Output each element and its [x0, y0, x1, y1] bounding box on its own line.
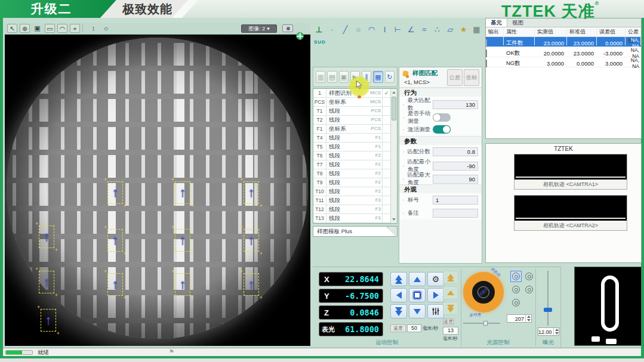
point-cloud-icon[interactable]: ∴ — [433, 24, 441, 35]
light-speed-button[interactable]: 速度 — [443, 318, 454, 325]
light-slider[interactable] — [463, 321, 500, 326]
sequence-row[interactable]: T4 线段 F1 — [313, 134, 390, 143]
speed-button[interactable]: 速度 — [390, 324, 406, 332]
sequence-row[interactable]: T2 线段 PCS — [313, 116, 390, 125]
row-name: 线段 — [326, 205, 366, 214]
axis-icon[interactable]: ⊥ — [315, 24, 323, 35]
arc-icon[interactable]: ◠ — [368, 24, 375, 35]
trajectory-card[interactable]: 相机轨迹 <CAMTRA1> — [514, 154, 627, 190]
min-angle-input[interactable]: -90 — [433, 162, 478, 171]
jog-up-fast-button[interactable] — [390, 272, 407, 286]
output-checkbox[interactable] — [486, 49, 487, 57]
speed-input[interactable]: 50 — [407, 324, 421, 332]
exposure-spinbox[interactable]: 12.00 — [538, 327, 559, 336]
light-mode-5[interactable] — [510, 297, 522, 308]
calculator-icon[interactable]: ▦ — [473, 24, 480, 35]
exposure-slider-handle[interactable] — [544, 308, 552, 312]
jog-settings-button[interactable]: ⚙ — [427, 272, 444, 286]
sequence-row[interactable]: T11 线段 F3 — [313, 196, 390, 205]
light-mode-2[interactable] — [523, 271, 535, 282]
jog-down-button[interactable] — [409, 304, 426, 318]
scroll-up-icon[interactable] — [391, 89, 397, 95]
jog-down-fast-button[interactable] — [390, 304, 407, 318]
angle-icon[interactable]: ∠ — [407, 24, 415, 35]
template-preview[interactable] — [574, 267, 642, 346]
index-label: 标号 — [408, 196, 433, 204]
toolbar-divider[interactable] — [82, 24, 86, 32]
sequence-row[interactable]: T9 线段 F2 — [313, 178, 390, 187]
spin-down-icon[interactable] — [526, 318, 531, 322]
template-bar[interactable]: 样图模板 Plus — [313, 226, 398, 237]
jog-tune-button[interactable] — [427, 304, 444, 318]
spin-down-icon[interactable] — [554, 332, 559, 335]
active-measure-toggle[interactable] — [433, 125, 451, 134]
sequence-row[interactable]: T10 线段 F2 — [313, 187, 390, 196]
focus-icon[interactable]: ↕ — [88, 24, 98, 33]
coordinate-button[interactable]: 坐标 — [464, 69, 479, 86]
sequence-row[interactable]: T8 线段 F2 — [313, 169, 390, 178]
sequence-row[interactable]: T5 线段 F1 — [313, 143, 390, 151]
jog-left-button[interactable] — [390, 288, 407, 302]
grid-view-icon[interactable]: ▦ — [373, 71, 383, 83]
index-input[interactable]: 1 — [433, 196, 478, 205]
scroll-down-icon[interactable] — [391, 216, 397, 222]
coaxial-light-icon[interactable]: 同轴光 — [477, 286, 489, 298]
light-down-fast-button[interactable] — [443, 302, 458, 315]
line-icon[interactable]: ╱ — [341, 24, 349, 35]
table-row[interactable]: OK数 20.0000 23.0000 -3.0000 NA, NA — [486, 47, 641, 57]
distance-icon[interactable]: I — [381, 24, 389, 35]
region-icon[interactable]: ▭ — [45, 24, 55, 33]
circle-icon[interactable]: ○ — [355, 24, 362, 35]
refresh-icon[interactable]: ↻ — [385, 71, 395, 83]
sequence-row[interactable]: T1 线段 PCS — [313, 107, 390, 116]
light-slider-handle[interactable] — [483, 321, 488, 326]
exposure-slider[interactable] — [543, 271, 553, 326]
scrollbar-thumb[interactable] — [392, 97, 396, 120]
point-icon[interactable]: ∙ — [328, 24, 336, 35]
output-checkbox[interactable] — [486, 39, 487, 47]
paste-icon[interactable]: ▤ — [327, 71, 337, 83]
light-mode-3[interactable] — [510, 284, 522, 295]
magic-icon[interactable]: ★ — [460, 24, 467, 35]
light-mode-1[interactable] — [510, 271, 522, 282]
camera-snapshot-button[interactable] — [282, 24, 293, 32]
erase-icon[interactable]: ▱ — [446, 24, 454, 35]
table-row[interactable]: NG数 3.0000 0.0000 3.0000 NA, NA — [486, 57, 641, 67]
cursor-icon[interactable]: ↖ — [7, 24, 17, 33]
trajectory-card[interactable]: 相机轨迹 <CAMTRA2> — [514, 195, 627, 231]
sequence-row[interactable]: PCS 坐标系 MCS — [313, 98, 390, 107]
light-up-button[interactable] — [443, 286, 458, 299]
arc-measure-icon[interactable]: ◠ — [57, 24, 67, 33]
light-mode-4[interactable] — [523, 284, 535, 295]
sequence-row[interactable]: T7 线段 F2 — [313, 160, 390, 169]
light-speed-input[interactable]: 13 — [443, 327, 458, 335]
jog-stop-button[interactable] — [409, 288, 426, 302]
jog-up-button[interactable] — [409, 272, 426, 286]
width-icon[interactable]: ⊢ — [394, 24, 402, 35]
copy-icon[interactable]: ▥ — [316, 71, 325, 83]
image-select-dropdown[interactable]: 图像: 2 ▾ — [241, 24, 277, 33]
manual-measure-toggle[interactable] — [433, 113, 451, 122]
max-match-input[interactable]: 130 — [433, 100, 478, 109]
globe-icon[interactable] — [296, 32, 304, 40]
crosshair-icon[interactable]: + — [70, 24, 80, 33]
sequence-row[interactable]: T6 线段 F2 — [313, 151, 390, 160]
output-checkbox[interactable] — [486, 60, 487, 67]
light-value-spinbox[interactable]: 207 — [507, 314, 532, 323]
sequence-row[interactable]: F1 坐标系 PCS — [313, 125, 390, 134]
jog-right-button[interactable] — [427, 288, 444, 302]
max-angle-input[interactable]: 90 — [433, 175, 478, 184]
light-bulb-icon[interactable]: ☼ — [101, 24, 111, 33]
wafer-canvas[interactable]: ↑ ↑ ↑ ↑ ↑ ↑ ↑ ↑ ↑ ↑ — [5, 35, 310, 346]
sequence-scrollbar[interactable] — [390, 89, 397, 223]
curve-icon[interactable]: ≈ — [420, 24, 428, 35]
save-icon[interactable]: ▣ — [339, 71, 349, 83]
note-input[interactable] — [433, 209, 478, 218]
zoom-icon[interactable]: ⊕ — [20, 24, 30, 33]
light-up-fast-button[interactable] — [443, 271, 458, 284]
match-score-input[interactable]: 0.8 — [433, 147, 478, 156]
snapshot-icon[interactable]: ▣ — [32, 24, 42, 33]
sequence-row[interactable]: T12 线段 F3 — [313, 205, 390, 214]
tolerance-button[interactable]: 公差 — [447, 69, 463, 86]
sequence-row[interactable]: T13 线段 F3 — [313, 214, 390, 223]
